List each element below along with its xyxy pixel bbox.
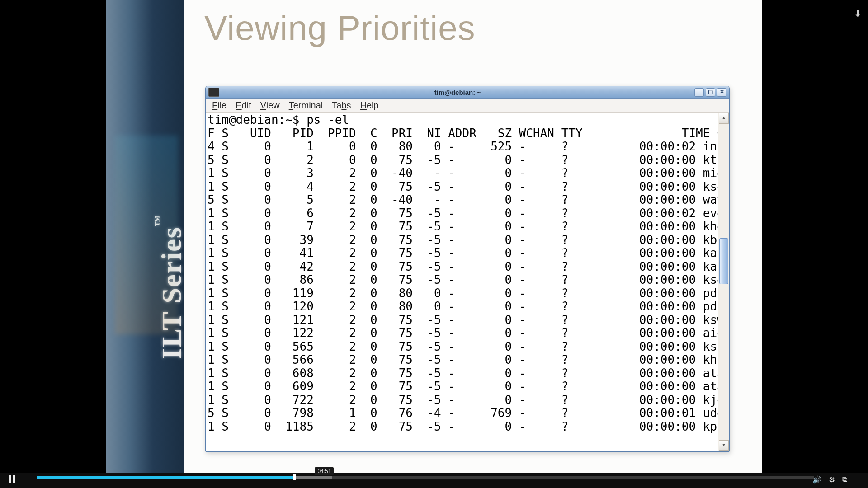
seek-buffered (293, 476, 332, 479)
pip-button[interactable]: ⧉ (842, 475, 847, 484)
slide-title: Viewing Priorities (204, 8, 476, 47)
menu-tabs[interactable]: Tabs (327, 99, 355, 112)
video-stage: ILT Series™ Viewing Priorities tim@debia… (0, 0, 868, 473)
window-title: tim@debian: ~ (222, 89, 693, 96)
slide-container: ILT Series™ Viewing Priorities tim@debia… (106, 0, 762, 473)
terminal-app-icon (208, 88, 219, 97)
maximize-button[interactable]: ▢ (706, 88, 715, 97)
slide-body: Viewing Priorities tim@debian: ~ _ ▢ ✕ F… (184, 0, 762, 473)
scroll-up-button[interactable]: ▴ (719, 113, 729, 124)
seek-tooltip: 04:51 (315, 467, 334, 475)
video-controls: 04:51 🔊 ⚙ ⧉ ⛶ (0, 473, 868, 488)
trademark-icon: ™ (153, 215, 165, 226)
window-titlebar[interactable]: tim@debian: ~ _ ▢ ✕ (206, 86, 729, 99)
menu-file[interactable]: File (208, 99, 231, 112)
minimize-button[interactable]: _ (694, 88, 704, 97)
scroll-thumb[interactable] (719, 238, 728, 284)
seek-handle[interactable] (293, 474, 296, 480)
seek-bar[interactable] (37, 476, 814, 479)
brand-text: ILT Series (156, 226, 184, 359)
menu-edit[interactable]: Edit (231, 99, 255, 112)
seek-played (37, 476, 293, 479)
volume-button[interactable]: 🔊 (812, 475, 821, 484)
scroll-down-button[interactable]: ▾ (719, 440, 729, 451)
close-button[interactable]: ✕ (717, 88, 726, 97)
brand-label: ILT Series™ (156, 215, 184, 359)
terminal-output[interactable]: tim@debian:~$ ps -el F S UID PID PPID C … (206, 113, 718, 451)
menu-terminal[interactable]: Terminal (284, 99, 328, 112)
play-pause-button[interactable] (9, 475, 15, 485)
slide-side-strip: ILT Series™ (106, 0, 184, 473)
menu-bar: File Edit View Terminal Tabs Help (206, 99, 729, 113)
terminal-window: tim@debian: ~ _ ▢ ✕ File Edit View Termi… (205, 86, 730, 452)
download-arrow-icon[interactable]: ⬇ (854, 8, 862, 19)
pause-icon (9, 475, 15, 483)
settings-button[interactable]: ⚙ (829, 475, 835, 484)
fullscreen-button[interactable]: ⛶ (854, 475, 862, 484)
menu-view[interactable]: View (256, 99, 284, 112)
menu-help[interactable]: Help (356, 99, 383, 112)
vertical-scrollbar[interactable]: ▴ ▾ (718, 113, 729, 451)
